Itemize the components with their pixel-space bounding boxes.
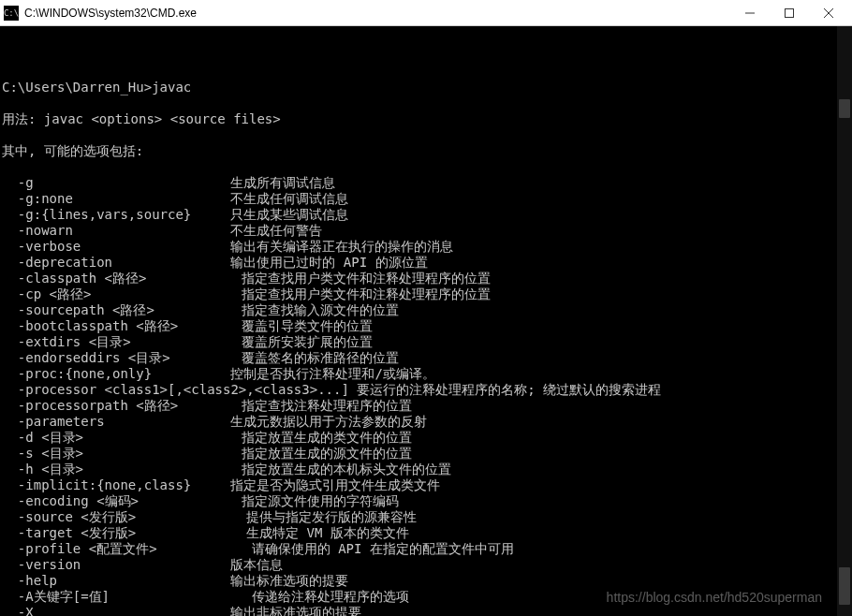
- option-line: -X 输出非标准选项的提要: [2, 605, 852, 616]
- window-title: C:\WINDOWS\system32\CMD.exe: [24, 7, 730, 20]
- option-line: -sourcepath <路径> 指定查找输入源文件的位置: [2, 302, 852, 318]
- option-line: -verbose 输出有关编译器正在执行的操作的消息: [2, 239, 852, 255]
- option-line: -version 版本信息: [2, 557, 852, 573]
- usage-line: 用法: javac <options> <source files>: [2, 111, 852, 127]
- option-line: -implicit:{none,class} 指定是否为隐式引用文件生成类文件: [2, 477, 852, 493]
- option-line: -parameters 生成元数据以用于方法参数的反射: [2, 414, 852, 430]
- option-line: -target <发行版> 生成特定 VM 版本的类文件: [2, 525, 852, 541]
- option-line: -d <目录> 指定放置生成的类文件的位置: [2, 430, 852, 446]
- option-line: -encoding <编码> 指定源文件使用的字符编码: [2, 493, 852, 509]
- maximize-button[interactable]: [770, 0, 809, 25]
- prompt-line: C:\Users\Darren_Hu>javac: [2, 80, 852, 95]
- watermark: https://blog.csdn.net/hd520superman: [607, 590, 822, 605]
- minimize-button[interactable]: [730, 0, 770, 25]
- option-line: -g:none 不生成任何调试信息: [2, 191, 852, 207]
- option-line: -classpath <路径> 指定查找用户类文件和注释处理程序的位置: [2, 271, 852, 286]
- option-line: -processorpath <路径> 指定查找注释处理程序的位置: [2, 398, 852, 414]
- option-line: -extdirs <目录> 覆盖所安装扩展的位置: [2, 334, 852, 350]
- window-controls: [730, 0, 848, 25]
- svg-rect-1: [786, 8, 794, 17]
- scroll-thumb[interactable]: [839, 99, 850, 118]
- close-button[interactable]: [809, 0, 848, 25]
- option-line: -g 生成所有调试信息: [2, 175, 852, 191]
- title-bar: C:\ C:\WINDOWS\system32\CMD.exe: [0, 0, 852, 26]
- scroll-thumb[interactable]: [839, 567, 850, 605]
- option-line: -deprecation 输出使用已过时的 API 的源位置: [2, 255, 852, 271]
- header-line: 其中, 可能的选项包括:: [2, 143, 852, 159]
- terminal-output[interactable]: C:\Users\Darren_Hu>javac 用法: javac <opti…: [0, 26, 852, 616]
- scrollbar[interactable]: [837, 26, 852, 616]
- option-line: -endorseddirs <目录> 覆盖签名的标准路径的位置: [2, 350, 852, 366]
- option-line: -help 输出标准选项的提要: [2, 573, 852, 589]
- blank-line: [2, 48, 852, 64]
- option-line: -nowarn 不生成任何警告: [2, 223, 852, 239]
- option-line: -cp <路径> 指定查找用户类文件和注释处理程序的位置: [2, 286, 852, 302]
- option-line: -processor <class1>[,<class2>,<class3>..…: [2, 382, 852, 398]
- option-line: -proc:{none,only} 控制是否执行注释处理和/或编译。: [2, 366, 852, 382]
- option-line: -bootclasspath <路径> 覆盖引导类文件的位置: [2, 318, 852, 334]
- option-line: -s <目录> 指定放置生成的源文件的位置: [2, 446, 852, 462]
- option-line: -g:{lines,vars,source} 只生成某些调试信息: [2, 207, 852, 223]
- option-line: -source <发行版> 提供与指定发行版的源兼容性: [2, 509, 852, 525]
- cmd-icon: C:\: [4, 6, 19, 21]
- option-line: -profile <配置文件> 请确保使用的 API 在指定的配置文件中可用: [2, 541, 852, 557]
- option-line: -h <目录> 指定放置生成的本机标头文件的位置: [2, 462, 852, 477]
